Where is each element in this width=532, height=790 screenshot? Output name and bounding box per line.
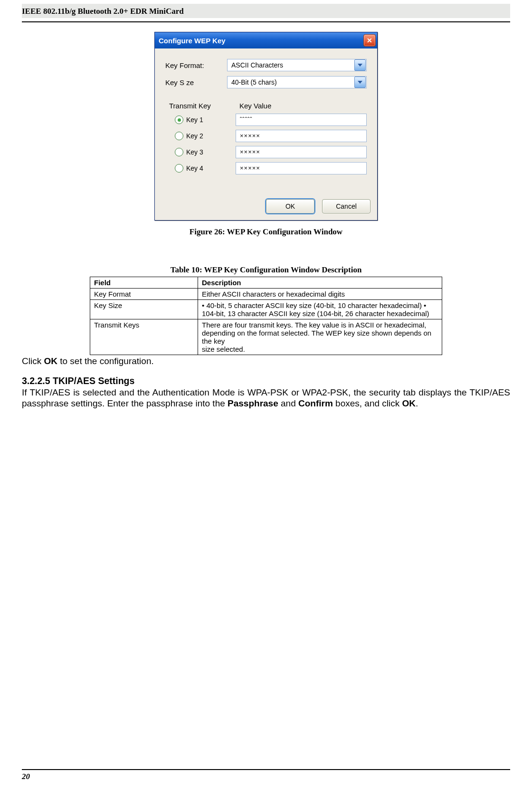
footer-rule xyxy=(22,769,510,770)
close-icon[interactable]: ✕ xyxy=(363,34,376,47)
header-rule xyxy=(22,21,510,22)
key-format-dropdown-button[interactable] xyxy=(354,59,366,71)
key3-label: Key 3 xyxy=(186,148,203,156)
chevron-down-icon xyxy=(358,81,362,84)
key-format-select[interactable]: ASCII Characters xyxy=(227,59,367,71)
key-size-value: 40-Bit (5 chars) xyxy=(231,78,277,86)
dialog-titlebar[interactable]: Configure WEP Key ✕ xyxy=(155,32,377,48)
table-row: Key Format Either ASCII characters or he… xyxy=(90,289,442,300)
cancel-button[interactable]: Cancel xyxy=(322,199,370,213)
transmit-key-header: Transmit Key xyxy=(165,102,239,110)
key-format-label: Key Format: xyxy=(165,61,227,69)
table-head-desc: Description xyxy=(198,277,442,289)
description-table: Field Description Key Format Either ASCI… xyxy=(90,277,442,355)
key4-input[interactable]: ××××× xyxy=(236,162,367,174)
key3-input[interactable]: ××××× xyxy=(236,146,367,158)
key1-input[interactable]: ˆˆˆˆˆ xyxy=(236,114,367,126)
table-row: Transmit Keys There are four transmit ke… xyxy=(90,319,442,355)
chevron-down-icon xyxy=(358,64,362,67)
ok-button[interactable]: OK xyxy=(266,199,314,213)
wep-key-dialog: Configure WEP Key ✕ Key Format: ASCII Ch… xyxy=(154,32,378,221)
table-cell-field: Key Format xyxy=(90,289,198,300)
key-format-value: ASCII Characters xyxy=(231,61,283,69)
key-size-label: Key S ze xyxy=(165,78,227,87)
key-size-select[interactable]: 40-Bit (5 chars) xyxy=(227,76,367,88)
close-glyph: ✕ xyxy=(367,37,372,44)
key-value-header: Key Value xyxy=(239,102,271,110)
section-heading: 3.2.2.5 TKIP/AES Settings xyxy=(22,376,510,386)
page-number: 20 xyxy=(22,772,510,781)
key4-label: Key 4 xyxy=(186,164,203,172)
key-size-dropdown-button[interactable] xyxy=(354,77,366,88)
key2-label: Key 2 xyxy=(186,132,203,140)
table-head-field: Field xyxy=(90,277,198,289)
key3-radio[interactable] xyxy=(175,148,183,156)
table-cell-desc: Either ASCII characters or hexadecimal d… xyxy=(198,289,442,300)
figure-caption: Figure 26: WEP Key Configuration Window xyxy=(22,227,510,237)
key2-input[interactable]: ××××× xyxy=(236,130,367,142)
table-cell-desc: • 40-bit, 5 character ASCII key size (40… xyxy=(198,300,442,319)
table-row: Key Size • 40-bit, 5 character ASCII key… xyxy=(90,300,442,319)
table-cell-field: Key Size xyxy=(90,300,198,319)
key2-radio[interactable] xyxy=(175,132,183,140)
post-table-text: Click OK to set the configuration. xyxy=(22,356,510,367)
key4-radio[interactable] xyxy=(175,164,183,173)
table-caption: Table 10: WEP Key Configuration Window D… xyxy=(22,265,510,275)
page-header-title: IEEE 802.11b/g Bluetooth 2.0+ EDR MiniCa… xyxy=(22,7,184,16)
section-paragraph: If TKIP/AES is selected and the Authenti… xyxy=(22,387,510,409)
key1-radio[interactable] xyxy=(175,116,183,124)
dialog-title: Configure WEP Key xyxy=(159,37,226,45)
table-cell-desc: There are four transmit keys. The key va… xyxy=(198,319,442,355)
key1-label: Key 1 xyxy=(186,116,203,124)
table-cell-field: Transmit Keys xyxy=(90,319,198,355)
